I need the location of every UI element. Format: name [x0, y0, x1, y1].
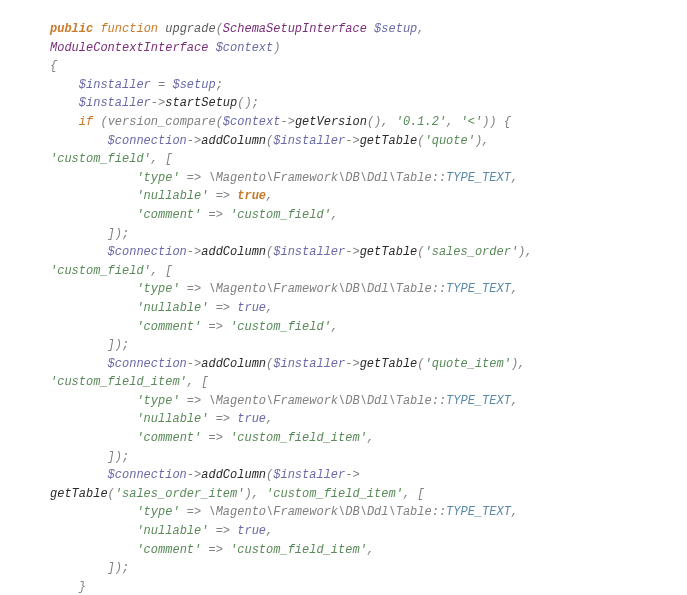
- semicolon: ;: [122, 450, 129, 464]
- string-type: 'type': [136, 282, 179, 296]
- fat-arrow: =>: [187, 505, 201, 519]
- string-nullable: 'nullable': [136, 189, 208, 203]
- string-type: 'type': [136, 171, 179, 185]
- namespace-path: \Magento\Framework\DB\Ddl\Table: [208, 171, 431, 185]
- comma: ,: [266, 189, 273, 203]
- method-addColumn: addColumn: [201, 245, 266, 259]
- fat-arrow: =>: [216, 189, 230, 203]
- paren-close: ): [244, 487, 251, 501]
- paren-close: ): [115, 450, 122, 464]
- arrow: ->: [345, 357, 359, 371]
- bracket-open: [: [201, 375, 208, 389]
- paren-close: ): [244, 96, 251, 110]
- comma: ,: [518, 357, 525, 371]
- namespace-path: \Magento\Framework\DB\Ddl\Table: [208, 394, 431, 408]
- const-type-text: TYPE_TEXT: [446, 171, 511, 185]
- fat-arrow: =>: [187, 171, 201, 185]
- var-connection: $connection: [108, 245, 187, 259]
- string-version: '0.1.2': [396, 115, 446, 129]
- comma: ,: [367, 543, 374, 557]
- paren-close: ): [115, 561, 122, 575]
- bracket-close: ]: [108, 450, 115, 464]
- var-connection: $connection: [108, 357, 187, 371]
- string-sales-order-item: 'sales_order_item': [115, 487, 245, 501]
- method-startSetup: startSetup: [165, 96, 237, 110]
- string-sales-order: 'sales_order': [424, 245, 518, 259]
- arrow: ->: [187, 245, 201, 259]
- string-custom-field: 'custom_field': [230, 208, 331, 222]
- comma: ,: [151, 264, 158, 278]
- fat-arrow: =>: [208, 208, 222, 222]
- method-getVersion: getVersion: [295, 115, 367, 129]
- method-version-compare: version_compare: [108, 115, 216, 129]
- var-installer: $installer: [273, 245, 345, 259]
- arrow: ->: [345, 134, 359, 148]
- bracket-close: ]: [108, 227, 115, 241]
- method-getTable: getTable: [360, 245, 418, 259]
- method-addColumn: addColumn: [201, 134, 266, 148]
- paren-open: (: [367, 115, 374, 129]
- comma: ,: [266, 524, 273, 538]
- string-custom-field: 'custom_field': [230, 320, 331, 334]
- var-setup: $setup: [172, 78, 215, 92]
- keyword-if: if: [79, 115, 93, 129]
- var-installer: $installer: [273, 134, 345, 148]
- fat-arrow: =>: [208, 543, 222, 557]
- comma: ,: [511, 171, 518, 185]
- var-connection: $connection: [108, 134, 187, 148]
- comma: ,: [403, 487, 410, 501]
- namespace-path: \Magento\Framework\DB\Ddl\Table: [208, 505, 431, 519]
- semicolon: ;: [122, 561, 129, 575]
- keyword-function: function: [100, 22, 158, 36]
- param-var-2: $context: [216, 41, 274, 55]
- arrow: ->: [187, 134, 201, 148]
- comma: ,: [511, 505, 518, 519]
- function-name: upgrade: [165, 22, 215, 36]
- const-type-text: TYPE_TEXT: [446, 505, 511, 519]
- brace-open: {: [50, 59, 57, 73]
- paren-open: (: [100, 115, 107, 129]
- op-eq: =: [158, 78, 165, 92]
- method-getTable: getTable: [50, 487, 108, 501]
- var-installer: $installer: [79, 96, 151, 110]
- string-lt: '<': [461, 115, 483, 129]
- var-context: $context: [223, 115, 281, 129]
- arrow: ->: [187, 468, 201, 482]
- string-custom-field-item: 'custom_field_item': [266, 487, 403, 501]
- method-getTable: getTable: [360, 134, 418, 148]
- string-comment: 'comment': [136, 208, 201, 222]
- string-nullable: 'nullable': [136, 412, 208, 426]
- comma: ,: [151, 152, 158, 166]
- scope-op: ::: [432, 171, 446, 185]
- scope-op: ::: [432, 505, 446, 519]
- semicolon: ;: [122, 227, 129, 241]
- string-type: 'type': [136, 505, 179, 519]
- comma: ,: [511, 394, 518, 408]
- string-nullable: 'nullable': [136, 524, 208, 538]
- arrow: ->: [187, 357, 201, 371]
- arrow: ->: [345, 468, 359, 482]
- bracket-open: [: [165, 152, 172, 166]
- fat-arrow: =>: [187, 394, 201, 408]
- method-addColumn: addColumn: [201, 357, 266, 371]
- literal-true: true: [237, 524, 266, 538]
- paren-close: ): [273, 41, 280, 55]
- bracket-close: ]: [108, 338, 115, 352]
- fat-arrow: =>: [187, 282, 201, 296]
- paren-close: ): [115, 227, 122, 241]
- literal-true: true: [237, 301, 266, 315]
- literal-true: true: [237, 412, 266, 426]
- comma: ,: [511, 282, 518, 296]
- arrow: ->: [151, 96, 165, 110]
- string-quote-item: 'quote_item': [424, 357, 510, 371]
- var-installer: $installer: [273, 468, 345, 482]
- string-custom-field-item: 'custom_field_item': [230, 543, 367, 557]
- param-var-1: $setup: [374, 22, 417, 36]
- comma: ,: [446, 115, 453, 129]
- string-custom-field: 'custom_field': [50, 264, 151, 278]
- method-getTable: getTable: [360, 357, 418, 371]
- paren-close: ): [115, 338, 122, 352]
- string-comment: 'comment': [136, 320, 201, 334]
- keyword-public: public: [50, 22, 93, 36]
- string-quote: 'quote': [424, 134, 474, 148]
